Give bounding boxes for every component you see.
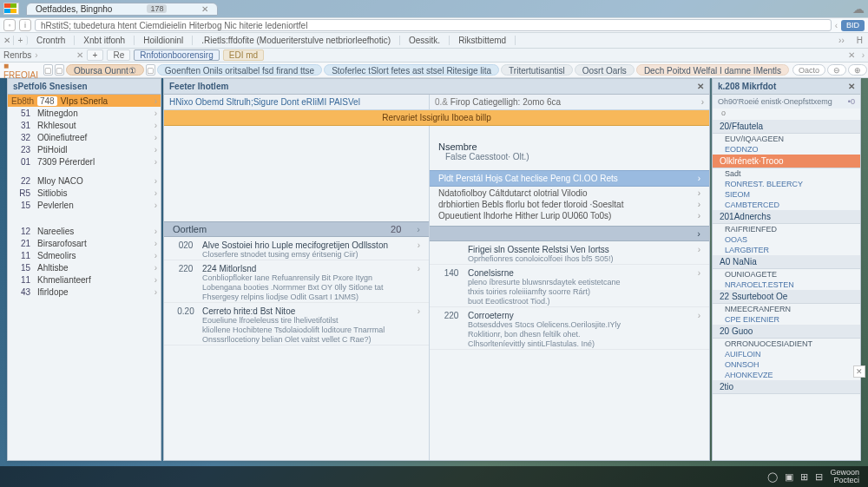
detail-item[interactable]: Opueutient Ihdorhe Hither Lurip 0U060 To… [430, 209, 709, 220]
nav-prev-icon[interactable]: ‹ [835, 21, 838, 30]
left-row[interactable]: 31Rkhlesout› [8, 119, 161, 131]
cloud-icon[interactable]: ☁ [852, 2, 865, 16]
left-row[interactable]: 15Pevlerlen› [8, 199, 161, 211]
filter-r1[interactable]: Oacto [792, 64, 825, 76]
tray-icon-2[interactable]: ⊞ [800, 471, 808, 483]
left-row[interactable]: 11Sdmeolirs› [8, 249, 161, 261]
tab-add-button[interactable]: + [14, 36, 28, 45]
group-item[interactable]: NMEECRANFERN [713, 304, 860, 314]
group-item[interactable]: EUV/IQAAGEEN [713, 134, 860, 144]
left-row[interactable]: 32O0inefiutreef› [8, 131, 161, 143]
nav-back-button[interactable]: ◦ [3, 19, 16, 31]
chip-1[interactable]: Goenften Onils oritsalbel fsd firand tts… [157, 64, 322, 76]
left-row[interactable]: R5Sitliobis› [8, 187, 161, 199]
filter-sq2[interactable]: ▢ [55, 64, 64, 76]
go-button[interactable]: BID [841, 20, 865, 31]
chip-5[interactable]: Dech Poitxd Welfal I damne IMentls [636, 64, 789, 76]
left-row[interactable]: 22Mloy NACO› [8, 174, 161, 187]
chip-3[interactable]: Tritertutisantisl [501, 64, 573, 76]
filter-sq1[interactable]: ▢ [43, 64, 53, 76]
list-item[interactable]: 0.20Cerreto hrite:d Bst NitoeEoueliune l… [164, 303, 429, 346]
address-input[interactable]: hRstitS; tubedetura htent Ciemdieielin H… [35, 19, 832, 31]
tray-icon-0[interactable]: ◯ [767, 471, 778, 483]
list-item[interactable]: 220CorroeternyBotsesddves Stocs Olelicen… [430, 307, 709, 350]
group-header[interactable]: 20 Guoo [713, 325, 860, 339]
tab-close-button[interactable]: ✕ [0, 36, 14, 45]
tab-h[interactable]: H [852, 36, 868, 45]
left-row[interactable]: 51Mitnegdon› [8, 107, 161, 119]
tab-4[interactable]: Oessitk. [400, 36, 450, 45]
tab-2[interactable]: Hoildioninl [135, 36, 193, 45]
tray-icon-3[interactable]: ⊟ [815, 471, 823, 483]
list-item[interactable]: 020Alve Sostoiei hrio Luple mecifogretij… [164, 237, 429, 260]
group-item[interactable]: CAMBTERCED [713, 200, 860, 210]
s2-prefix[interactable]: Re [107, 49, 130, 61]
browser-tab[interactable]: Oetfaddes, Bingnho 178 ✕ [26, 3, 218, 16]
tab-close-icon[interactable]: ✕ [201, 4, 208, 14]
tab-1[interactable]: Xnbt itfonh [75, 36, 135, 45]
group-item[interactable]: OUNIOAGETE [713, 269, 860, 280]
filter-lead[interactable]: ■ FREOIAI [3, 61, 38, 80]
sect-chev-r[interactable]: › [697, 228, 700, 239]
tab-0[interactable]: Crontrh [28, 36, 75, 45]
group-item[interactable]: NRAROELT.ESTEN [713, 280, 860, 290]
left-row[interactable]: 12Nareelies› [8, 225, 161, 237]
filter-r3[interactable]: ⊕ [848, 64, 867, 76]
filter-sq3[interactable]: ▢ [146, 64, 155, 76]
group-item[interactable]: AHONKEVZE [713, 370, 860, 380]
right-panel-close-icon[interactable]: ✕ [848, 82, 855, 91]
tab-overflow-icon[interactable]: ›› [832, 36, 852, 45]
s2-right-close[interactable]: ✕ [848, 50, 855, 60]
tray-icon-1[interactable]: ▣ [785, 471, 793, 483]
left-row[interactable]: 43Ifirldope› [8, 286, 161, 298]
group-item[interactable]: ORRONUOCESIADIENT [713, 339, 860, 349]
chip-0[interactable]: Obursa Ounnt① [66, 64, 144, 76]
group-header[interactable]: 2tio [713, 380, 860, 394]
s2-add[interactable]: + [87, 49, 104, 61]
group-item[interactable]: AUIFLOIN [713, 349, 860, 359]
tab-5[interactable]: Rikstbittemd [450, 36, 516, 45]
group-header[interactable]: A0 NaNia [713, 255, 860, 269]
group-item[interactable]: Sadt [713, 168, 860, 179]
group-header[interactable]: 20/Ffautela [713, 120, 860, 134]
group-item[interactable]: CPE EIKENIER [713, 314, 860, 325]
filter-r2[interactable]: ⊖ [827, 64, 846, 76]
left-row[interactable]: Eb8th748VIps tSnerla› [8, 95, 161, 107]
mid-close-icon[interactable]: ✕ [697, 82, 704, 91]
group-item[interactable]: EODNZO [713, 144, 860, 155]
group-item[interactable]: RONREST. BLEERCY [713, 179, 860, 189]
group-header[interactable]: Olklrénetk·Trooo [713, 155, 860, 168]
right-float-close[interactable]: ✕ [853, 365, 865, 378]
chip-4[interactable]: Oosrt Oarls [575, 64, 635, 76]
windows-logo[interactable] [3, 3, 19, 15]
tab-title: Oetfaddes, Bingnho [36, 4, 112, 14]
list-item[interactable]: 140Conelsisrnepleno íbresurte bluwsnrsda… [430, 265, 709, 307]
list-item[interactable]: Firigei sln Ossente Relstsi Ven IortssOp… [430, 241, 709, 265]
left-row[interactable]: 23PtiHoidl› [8, 143, 161, 155]
s2-right-caret[interactable]: › [862, 50, 865, 60]
detail-item[interactable]: Ndatofiolboy Cáltdutarct olotrial Vilodi… [430, 187, 709, 198]
detail-item[interactable]: drbhiortien Bebls florlu bot feder tloro… [430, 198, 709, 209]
s2-mid[interactable]: Rnfotionboorensirg [134, 49, 220, 61]
clock[interactable]: GewoonPocteci [830, 469, 859, 484]
group-item[interactable]: RAIFRIENFED [713, 224, 860, 234]
left-row[interactable]: 21Birsarofosart› [8, 237, 161, 249]
group-item[interactable]: OOAS [713, 234, 860, 245]
left-row[interactable]: 11Khmelianteerf› [8, 273, 161, 286]
mid-sub-chev[interactable]: › [701, 97, 704, 107]
left-row[interactable]: 15Ahltisbe› [8, 261, 161, 273]
group-item[interactable]: ONNSOH [713, 359, 860, 370]
tab-3[interactable]: .Rietls:ffdofite (Modueriterstulve netbr… [193, 36, 400, 45]
s2-close[interactable]: ✕ [76, 50, 83, 60]
chip-2[interactable]: Stoferlec tSlort fetes ast stsel Ritesig… [324, 64, 499, 76]
sect-chev[interactable]: › [417, 224, 420, 234]
left-row[interactable]: 017309 Pérerderl› [8, 155, 161, 168]
group-item[interactable]: SIEOM [713, 189, 860, 200]
group-item[interactable]: LARGBITER [713, 245, 860, 255]
group-header[interactable]: 201Adnerchs [713, 210, 860, 224]
right-selected-row[interactable]: Pldt Perstál Hojs Cat heclise Peng CI.OO… [430, 170, 709, 187]
list-item[interactable]: 220224 MitlorlsndConbliopfloker Iane Ref… [164, 260, 429, 303]
right-sub-ref[interactable]: •0 [848, 97, 855, 106]
s2-edit[interactable]: EDI md [223, 49, 264, 61]
group-header[interactable]: 22 Ssurteboot Oe [713, 290, 860, 304]
